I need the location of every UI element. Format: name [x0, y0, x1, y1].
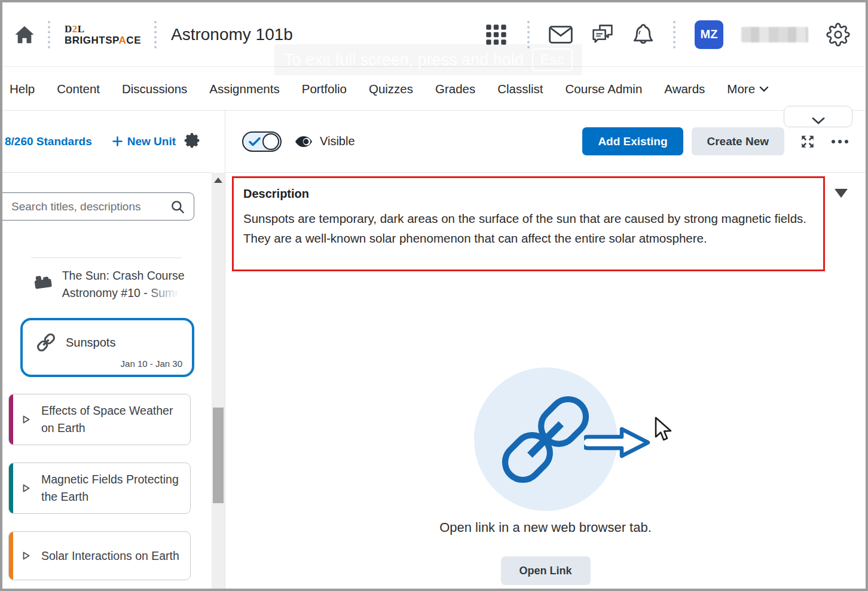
description-title: Description [243, 187, 814, 201]
sunspots-date-range: Jan 10 - Jan 30 [121, 359, 182, 369]
avatar[interactable]: MZ [695, 20, 723, 49]
nav-content[interactable]: Content [57, 82, 100, 96]
logo-a: A [119, 35, 127, 46]
lesson-title: The Sun: Crash Course Astronomy #10 - Su… [62, 267, 188, 302]
content-toolbar: Visible Add Existing Create New [225, 111, 866, 173]
unit-accent-bar [9, 463, 13, 513]
plus-icon [112, 136, 123, 146]
nav-assignments[interactable]: Assignments [209, 82, 279, 96]
chevron-down-icon [759, 86, 769, 92]
fullscreen-exit-toast: To exit full screen, press and hold Esc [274, 44, 582, 75]
more-options-icon[interactable] [831, 139, 849, 144]
unit-accent-bar [9, 532, 13, 580]
sidebar-scrollbar[interactable] [212, 173, 225, 589]
link-icon [35, 331, 57, 354]
nav-help[interactable]: Help [10, 82, 35, 96]
expand-triangle-icon[interactable] [22, 551, 30, 561]
logo-brightsp: BRIGHTSP [65, 35, 119, 46]
unit-title: Effects of Space Weather on Earth [41, 402, 184, 437]
sidebar-search [0, 192, 194, 221]
course-title: Astronomy 101b [171, 25, 293, 44]
nav-portfolio[interactable]: Portfolio [302, 82, 347, 96]
logo-d: D [65, 23, 72, 35]
chat-icon[interactable] [591, 23, 615, 46]
esc-key-badge: Esc [532, 48, 573, 71]
open-link-button[interactable]: Open Link [501, 556, 591, 585]
email-icon[interactable] [549, 26, 573, 44]
logo-2: 2 [72, 23, 78, 35]
search-input[interactable] [11, 200, 170, 213]
units-sidebar: 8/260 Standards New Unit [2, 111, 212, 589]
unit-card-effects-of-space-weather[interactable]: Effects of Space Weather on Earth [8, 394, 191, 445]
header-divider [673, 21, 676, 48]
unit-card-magnetic-fields[interactable]: Magnetic Fields Protecting the Earth [8, 463, 191, 514]
unit-title: Solar Interactions on Earth [41, 547, 179, 565]
nav-course-admin[interactable]: Course Admin [566, 82, 643, 96]
brightspace-logo[interactable]: D2L BRIGHTSPACE [65, 24, 141, 45]
nav-awards[interactable]: Awards [664, 82, 705, 96]
expand-triangle-icon[interactable] [22, 415, 30, 424]
sidebar-header: 8/260 Standards New Unit [2, 111, 212, 173]
app-window: D2L BRIGHTSPACE Astronomy 101b [0, 0, 868, 591]
user-name-redacted [741, 27, 808, 42]
video-brick-icon [31, 272, 55, 293]
arrow-right-icon [584, 424, 653, 461]
content-panel: Visible Add Existing Create New [225, 111, 866, 589]
nav-quizzes[interactable]: Quizzes [369, 82, 413, 96]
eye-icon [295, 136, 313, 148]
header-divider [154, 21, 157, 48]
logo-ce: CE [126, 35, 141, 46]
sunspots-title: Sunspots [66, 336, 115, 350]
nav-classlist[interactable]: Classlist [497, 82, 543, 96]
home-icon[interactable] [14, 25, 35, 44]
nav-grades[interactable]: Grades [435, 82, 475, 96]
scroll-up-arrow[interactable] [214, 177, 222, 183]
create-new-button[interactable]: Create New [692, 127, 785, 155]
collapse-panel-button[interactable] [784, 106, 852, 127]
description-collapse-triangle[interactable] [835, 189, 848, 198]
logo-l: L [78, 23, 85, 35]
new-unit-button[interactable]: New Unit [112, 135, 176, 148]
mouse-cursor [655, 417, 675, 443]
toggle-knob[interactable] [262, 133, 279, 150]
description-body: Sunspots are temporary, dark areas on th… [243, 209, 814, 248]
standards-link[interactable]: 8/260 Standards [5, 135, 92, 148]
expand-triangle-icon[interactable] [22, 483, 30, 493]
visibility-toggle[interactable] [242, 131, 282, 152]
description-section-highlighted: Description Sunspots are temporary, dark… [232, 176, 825, 271]
toast-text: To exit full screen, press and hold [284, 51, 524, 69]
nav-discussions[interactable]: Discussions [122, 82, 187, 96]
header-divider [48, 21, 50, 48]
unit-title: Magnetic Fields Protecting the Earth [41, 471, 184, 506]
open-link-caption: Open link in a new web browser tab. [225, 520, 866, 535]
chevron-down-icon [812, 117, 825, 124]
lesson-item[interactable]: The Sun: Crash Course Astronomy #10 - Su… [32, 267, 188, 302]
sidebar-divider [31, 258, 182, 258]
notification-bell-icon[interactable] [632, 23, 654, 47]
gear-icon[interactable] [826, 23, 850, 47]
sidebar-item-sunspots-selected[interactable]: Sunspots Jan 10 - Jan 30 [20, 318, 194, 377]
nav-more[interactable]: More [727, 82, 769, 96]
search-icon[interactable] [170, 199, 185, 215]
unit-accent-bar [9, 394, 13, 445]
link-illustration [225, 368, 866, 511]
fullscreen-expand-icon[interactable] [800, 134, 815, 149]
waffle-grid-icon[interactable] [484, 23, 508, 47]
unit-card-solar-interactions[interactable]: Solar Interactions on Earth [8, 531, 191, 580]
add-existing-button[interactable]: Add Existing [582, 127, 683, 155]
sidebar-gear-icon[interactable] [183, 131, 201, 152]
check-icon [249, 137, 261, 146]
visible-label: Visible [320, 134, 355, 148]
scrollbar-thumb[interactable] [213, 408, 224, 503]
